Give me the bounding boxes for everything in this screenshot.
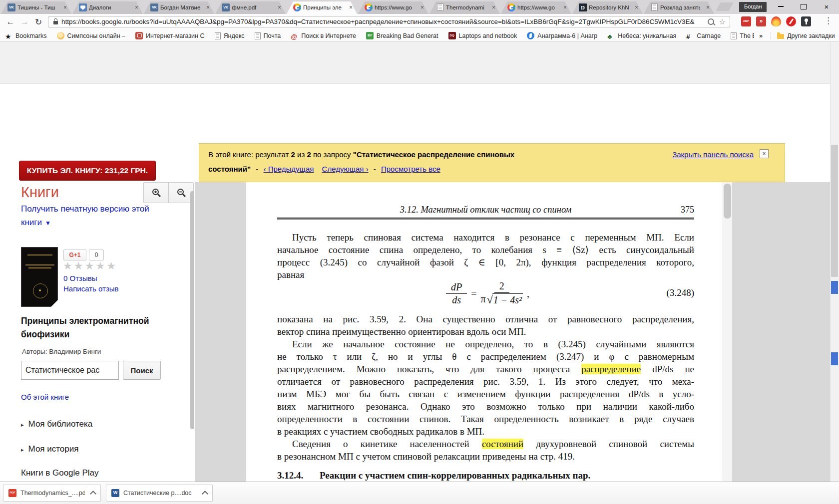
bookmark-star-icon[interactable]: ☆ (719, 17, 726, 26)
close-window-button[interactable]: × (819, 0, 834, 13)
bookmark-item[interactable]: Bookmarks (5, 32, 47, 39)
text-segment: двухуровневой спиновой системы (523, 439, 694, 449)
tab-close-icon[interactable]: × (492, 4, 495, 11)
reload-button[interactable]: ↻ (32, 15, 45, 28)
bookmark-label: Bookmarks (15, 32, 47, 39)
browser-tab[interactable]: VKфмне.pdf× (215, 1, 286, 14)
browser-tab[interactable]: Диалоги× (72, 1, 143, 14)
cover-page-fold (51, 300, 58, 307)
view-all-results-link[interactable]: Просмотреть все (381, 165, 440, 173)
dq-icon (448, 32, 456, 39)
in-book-search-input[interactable] (21, 361, 119, 380)
buy-ebook-button[interactable]: КУПИТЬ ЭЛ. КНИГУ: 231,22 ГРН. (19, 161, 156, 181)
chevron-up-icon[interactable] (202, 491, 208, 497)
homer-icon (57, 32, 64, 39)
tab-close-icon[interactable]: × (63, 4, 67, 11)
browser-tab[interactable]: VKБогдан Матвие× (144, 1, 214, 14)
maximize-icon (801, 4, 807, 9)
adblock-plus-icon[interactable] (741, 16, 751, 26)
bookmark-item[interactable]: Анаграмма-6 | Анагр (527, 32, 597, 39)
search-zoom-icon[interactable] (708, 18, 714, 25)
text-segment: вектор спина преимущественно ориентирова… (277, 326, 526, 337)
bookmark-item[interactable]: Поиск в Интернете (291, 32, 356, 39)
tab-close-icon[interactable]: × (349, 4, 353, 11)
download-item[interactable]: Thermodynamics_....pdf (3, 485, 101, 502)
browser-tab[interactable]: Розклад занять× (644, 1, 714, 14)
maximize-button[interactable] (796, 0, 811, 13)
book-text-line: Сведения о кинетике населенностей состоя… (277, 438, 694, 450)
close-search-panel-button[interactable]: × (760, 149, 769, 158)
browser-tab[interactable]: Thermodynami× (429, 1, 500, 14)
author-name[interactable]: Владимир Бинги (49, 348, 101, 355)
reviews-count-link[interactable]: 0 Отзывы (63, 274, 97, 282)
about-this-book-link[interactable]: Об этой книге (21, 393, 69, 401)
privacy-icon[interactable] (801, 16, 811, 26)
sidebar-item-my-history[interactable]: ▸Моя история (21, 444, 78, 454)
tab-close-icon[interactable]: × (278, 4, 281, 11)
zoom-in-button[interactable] (143, 182, 169, 203)
search-highlight: состояний (482, 439, 523, 449)
download-filename: Thermodynamics_....pdf (20, 490, 85, 497)
sidebar-scrollbar-thumb[interactable] (190, 191, 194, 429)
in-book-search-button[interactable]: Поиск (123, 361, 161, 380)
chevron-up-icon[interactable] (90, 491, 96, 497)
tab-close-icon[interactable]: × (706, 4, 710, 11)
bookmark-item[interactable]: Небеса: уникальная (607, 32, 676, 39)
minimize-button[interactable] (773, 0, 788, 13)
bookmark-item[interactable]: Breaking Bad Generat (366, 32, 438, 39)
tab-close-icon[interactable]: × (206, 4, 210, 11)
browser-menu-icon[interactable]: ⋮ (824, 15, 833, 26)
browser-tab[interactable]: https://www.go× (358, 1, 428, 14)
get-print-version-link[interactable]: Получить печатную версию этой книги▼ (21, 202, 149, 230)
bookmarks-overflow-icon[interactable]: » (759, 32, 763, 39)
new-tab-button[interactable] (716, 2, 733, 11)
bookmark-item[interactable]: Почта (255, 32, 281, 39)
profile-name-badge[interactable]: Богдан (739, 2, 767, 12)
tab-close-icon[interactable]: × (420, 4, 424, 11)
other-bookmarks-button[interactable]: Другие закладки (777, 30, 835, 41)
extensions-area (741, 16, 821, 27)
sidebar-item-my-library[interactable]: ▸Моя библиотека (21, 419, 92, 429)
book-text-line: вектор спина преимущественно ориентирова… (277, 325, 694, 338)
bookmark-item[interactable]: Laptops and netbook (448, 32, 517, 39)
sidebar-item-google-play-books[interactable]: Книги в Google Play (21, 468, 99, 478)
blocker-icon[interactable] (786, 16, 796, 26)
books-brand[interactable]: Книги (21, 184, 59, 201)
header-rule (277, 218, 694, 220)
viewer-scrollbar[interactable] (723, 182, 732, 504)
previous-result-link[interactable]: ‹ Предыдущая (263, 165, 314, 173)
tab-title: Розклад занять (660, 4, 700, 10)
forward-button[interactable]: → (18, 15, 31, 28)
browser-tab[interactable]: DRepository KhN× (572, 1, 643, 14)
bookmark-item[interactable]: The Brain — умный ж (731, 32, 754, 39)
tab-close-icon[interactable]: × (635, 4, 638, 11)
browser-tab[interactable]: VKТишины - Тиш× (1, 1, 71, 14)
book-cover-thumbnail[interactable] (21, 247, 58, 307)
address-bar[interactable]: https://books.google.ru/books?id=uUtqAAA… (48, 16, 730, 27)
url-text[interactable]: https://books.google.ru/books?id=uUtqAAA… (61, 18, 705, 25)
download-item[interactable]: Статистические р....doc (106, 485, 213, 502)
bookmark-label: Другие закладки (787, 32, 835, 39)
bookmark-item[interactable]: Интернет-магазин С (135, 32, 204, 39)
close-search-panel-link[interactable]: Закрыть панель поиска (672, 150, 754, 159)
bookmark-item[interactable]: Яндекс (215, 32, 245, 39)
tab-close-icon[interactable]: × (563, 4, 567, 11)
bookmark-item[interactable]: Carnage (686, 32, 721, 39)
tab-title: Диалоги (89, 4, 129, 10)
close-icon: × (825, 3, 829, 10)
bookmark-label: Интернет-магазин С (146, 32, 204, 39)
browser-tab[interactable]: Принципы эле× (287, 1, 357, 14)
bookmark-item[interactable]: Симпсоны онлайн – (57, 32, 126, 39)
next-result-link[interactable]: Следующая › (322, 165, 369, 173)
main-scrollbar-thumb[interactable] (831, 145, 838, 277)
write-review-link[interactable]: Написать отзыв (63, 284, 119, 293)
browser-window: VKТишины - Тиш×Диалоги×VKБогдан Матвие×V… (0, 0, 839, 504)
google-plus-one-button[interactable]: G+1 (63, 250, 86, 260)
tab-close-icon[interactable]: × (135, 4, 138, 11)
viewer-scrollbar-thumb[interactable] (724, 184, 731, 219)
rating-stars[interactable]: ★★★★★ (63, 260, 117, 272)
browser-tab[interactable]: https://www.go× (501, 1, 571, 14)
back-button[interactable]: ← (4, 15, 17, 28)
flame-icon[interactable] (771, 16, 781, 26)
frigate-icon[interactable] (756, 16, 766, 26)
